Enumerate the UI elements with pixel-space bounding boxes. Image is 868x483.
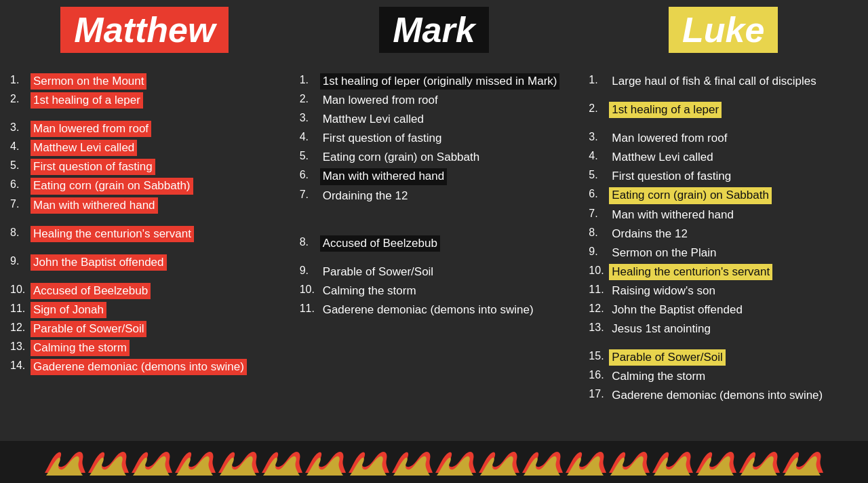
item-text: Gaderene demoniac (demons into swine) <box>320 302 536 318</box>
item-number: 12. <box>589 302 609 316</box>
item-number: 16. <box>589 368 609 383</box>
item-text: 1st healing of a leper <box>609 102 722 118</box>
item-number: 7. <box>300 188 320 202</box>
mark-header: Mark <box>379 7 488 53</box>
list-item: 9.Parable of Sower/Soil <box>300 264 569 280</box>
list-spacer <box>10 111 279 121</box>
item-text: Sermon on the Plain <box>609 245 719 261</box>
list-item: 6.Eating corn (grain) on Sabbath <box>589 187 858 204</box>
item-text: Large haul of fish & final call of disci… <box>609 73 818 90</box>
item-text: Ordains the 12 <box>609 226 690 242</box>
item-number: 2. <box>10 92 31 107</box>
list-item: 6.Eating corn (grain on Sabbath) <box>10 178 279 194</box>
matthew-header: Matthew <box>60 7 229 53</box>
list-item: 12.John the Baptist offended <box>589 302 858 318</box>
item-number: 11. <box>300 302 320 316</box>
list-item: 13.Calming the storm <box>10 340 279 356</box>
item-text: Healing the centurion's servant <box>31 226 194 242</box>
item-text: Matthew Levi called <box>320 111 427 128</box>
list-item: 9.John the Baptist offended <box>10 254 279 271</box>
matthew-list: 1.Sermon on the Mount2.1st healing of a … <box>10 73 279 375</box>
item-number: 9. <box>589 245 609 259</box>
item-number: 6. <box>10 178 31 192</box>
item-text: Raising widow's son <box>609 283 718 299</box>
item-text: Accused of Beelzebub <box>31 283 151 299</box>
item-text: Ordaining the 12 <box>320 188 411 204</box>
wave-icon <box>260 447 304 477</box>
item-text: Parable of Sower/Soil <box>320 264 436 280</box>
list-item: 7.Man with withered hand <box>589 207 858 223</box>
item-number: 17. <box>589 387 609 402</box>
wave-icon <box>738 447 781 477</box>
item-text: Man with withered hand <box>609 207 736 223</box>
item-number: 1. <box>10 73 31 88</box>
list-item: 3.Man lowered from roof <box>589 130 858 147</box>
item-text: Matthew Levi called <box>609 149 715 166</box>
list-item: 10.Calming the storm <box>300 283 569 299</box>
list-item: 7.Man with withered hand <box>10 197 279 214</box>
list-item: 10.Healing the centurion's servant <box>589 264 858 280</box>
list-item: 3.Man lowered from roof <box>10 121 279 137</box>
list-spacer <box>589 121 858 130</box>
item-number: 7. <box>10 197 31 212</box>
list-item: 7.Ordaining the 12 <box>300 188 569 204</box>
wave-icon <box>477 447 521 477</box>
list-item: 5.Eating corn (grain) on Sabbath <box>300 149 569 166</box>
item-number: 8. <box>10 226 31 240</box>
item-number: 5. <box>10 159 31 173</box>
wave-icon <box>651 447 694 477</box>
item-number: 3. <box>10 121 31 135</box>
item-text: 1st healing of leper (originally missed … <box>320 73 560 90</box>
item-text: Man with withered hand <box>31 197 158 214</box>
item-number: 2. <box>300 92 320 107</box>
item-number: 9. <box>10 254 31 269</box>
item-text: Man with withered hand <box>320 168 448 185</box>
item-number: 3. <box>300 111 320 125</box>
item-text: Accused of Beelzebub <box>320 235 440 252</box>
item-number: 12. <box>10 321 31 335</box>
list-item: 14.Gaderene demoniac (demons into swine) <box>10 359 279 375</box>
list-item: 11.Sign of Jonah <box>10 302 279 318</box>
list-item: 4.Matthew Levi called <box>10 140 279 156</box>
list-item: 6.Man with withered hand <box>300 168 569 185</box>
item-number: 6. <box>589 187 609 201</box>
item-number: 14. <box>10 359 31 373</box>
item-text: Man lowered from roof <box>320 92 441 109</box>
wave-icon <box>43 447 87 477</box>
item-number: 10. <box>300 283 320 297</box>
wave-icon <box>174 447 217 477</box>
wave-icon <box>217 447 260 477</box>
item-text: Man lowered from roof <box>609 130 730 147</box>
item-number: 5. <box>300 149 320 163</box>
list-spacer <box>300 207 569 216</box>
item-text: Jesus 1st anointing <box>609 321 713 337</box>
item-text: Sign of Jonah <box>31 302 106 318</box>
item-number: 1. <box>589 73 609 88</box>
wave-icon <box>87 447 130 477</box>
item-text: Parable of Sower/Soil <box>31 321 146 337</box>
list-item: 10.Accused of Beelzebub <box>10 283 279 299</box>
list-item: 3.Matthew Levi called <box>300 111 569 128</box>
list-item: 5.First question of fasting <box>10 159 279 175</box>
item-text: Sermon on the Mount <box>31 73 146 90</box>
list-spacer <box>10 245 279 254</box>
luke-list: 1.Large haul of fish & final call of dis… <box>589 73 858 404</box>
luke-column: Luke 1.Large haul of fish & final call o… <box>578 7 868 434</box>
bottom-border <box>0 441 868 483</box>
list-item: 1.Sermon on the Mount <box>10 73 279 90</box>
item-number: 4. <box>589 149 609 163</box>
list-item: 4.First question of fasting <box>300 130 569 147</box>
list-item: 1.1st healing of leper (originally misse… <box>300 73 569 90</box>
list-item: 9.Sermon on the Plain <box>589 245 858 261</box>
list-item: 4.Matthew Levi called <box>589 149 858 166</box>
list-item: 8.Healing the centurion's servant <box>10 226 279 242</box>
item-number: 11. <box>10 302 31 316</box>
item-number: 7. <box>589 207 609 221</box>
item-text: Eating corn (grain) on Sabbath <box>609 187 772 204</box>
item-text: Man lowered from roof <box>31 121 151 137</box>
wave-icon <box>347 447 391 477</box>
wave-icon <box>608 447 651 477</box>
item-text: Healing the centurion's servant <box>609 264 772 280</box>
list-item: 8.Accused of Beelzebub <box>300 235 569 252</box>
list-spacer <box>300 216 569 226</box>
